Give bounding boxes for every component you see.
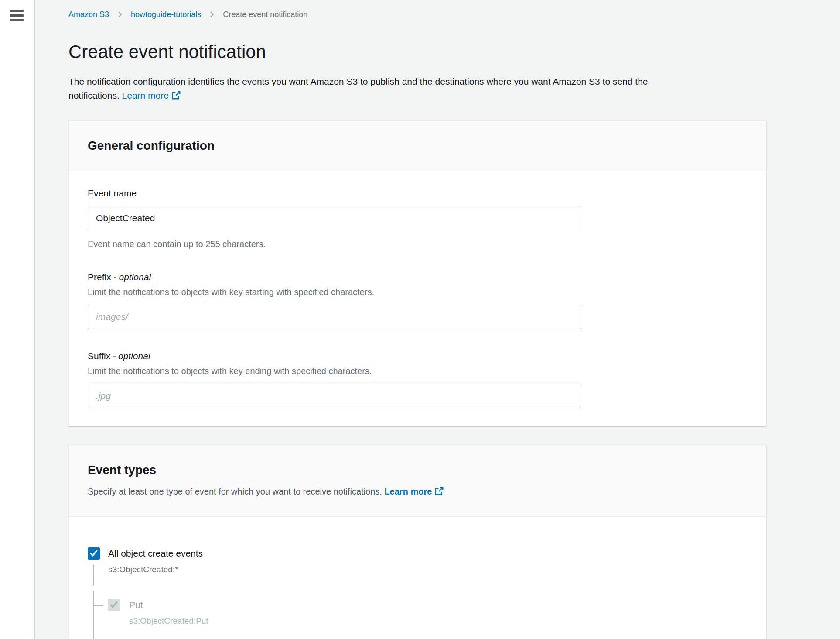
all-object-create-events-label: All object create events	[108, 547, 203, 560]
event-types-description: Specify at least one type of event for w…	[88, 485, 747, 498]
prefix-label: Prefix- optional	[88, 271, 747, 283]
prefix-label-text: Prefix	[88, 272, 111, 282]
suffix-label-text: Suffix	[88, 351, 110, 361]
hamburger-icon	[10, 10, 24, 12]
suffix-field: Suffix- optional Limit the notifications…	[88, 350, 747, 408]
event-name-field: Event name Event name can contain up to …	[88, 187, 747, 250]
prefix-description: Limit the notifications to objects with …	[88, 286, 747, 298]
event-types-panel: Event types Specify at least one type of…	[68, 445, 766, 639]
menu-button[interactable]	[10, 10, 24, 21]
prefix-optional-text: - optional	[113, 272, 151, 282]
tree-connector-line	[93, 591, 94, 639]
all-object-create-events-checkbox[interactable]	[88, 547, 100, 560]
suffix-input[interactable]	[88, 384, 581, 408]
suffix-optional-text: - optional	[113, 351, 150, 361]
breadcrumb-link-bucket[interactable]: howtoguide-tutorials	[131, 10, 201, 19]
breadcrumb-link-amazon-s3[interactable]: Amazon S3	[68, 10, 109, 19]
hamburger-icon	[10, 19, 24, 21]
put-label: Put	[129, 599, 143, 611]
tree-connector-line	[93, 565, 94, 586]
event-name-label: Event name	[88, 187, 747, 199]
page-description: The notification configuration identifie…	[68, 75, 653, 103]
chevron-right-icon	[116, 10, 124, 19]
s3-create-event-notification-page: Amazon S3 howtoguide-tutorials Create ev…	[0, 0, 840, 639]
event-types-header: Event types Specify at least one type of…	[69, 445, 766, 517]
event-types-body: All object create events s3:ObjectCreate…	[69, 517, 766, 639]
event-types-learn-more-label: Learn more	[384, 487, 432, 496]
tree-connector-line	[94, 605, 103, 606]
event-types-learn-more-link[interactable]: Learn more	[384, 487, 444, 496]
put-checkbox-disabled	[108, 599, 120, 611]
hamburger-icon	[10, 14, 24, 17]
event-name-helper: Event name can contain up to 255 charact…	[88, 238, 747, 250]
main-content: Amazon S3 howtoguide-tutorials Create ev…	[35, 0, 840, 639]
checkmark-icon	[109, 601, 118, 609]
checkmark-icon	[89, 550, 98, 557]
breadcrumb: Amazon S3 howtoguide-tutorials Create ev…	[68, 0, 840, 19]
event-types-title: Event types	[88, 461, 747, 479]
collapsed-sidebar	[0, 0, 35, 639]
put-code: s3:ObjectCreated:Put	[129, 615, 208, 627]
learn-more-link[interactable]: Learn more	[122, 90, 181, 100]
suffix-label: Suffix- optional	[88, 350, 747, 362]
learn-more-label: Learn more	[122, 90, 169, 100]
prefix-input[interactable]	[88, 305, 581, 329]
general-configuration-title: General configuration	[88, 137, 747, 155]
external-link-icon	[434, 486, 444, 496]
page-title: Create event notification	[68, 41, 840, 63]
external-link-icon	[171, 90, 181, 100]
event-name-input[interactable]	[88, 206, 581, 230]
prefix-field: Prefix- optional Limit the notifications…	[88, 271, 747, 329]
suffix-description: Limit the notifications to objects with …	[88, 365, 747, 377]
all-object-create-events-code: s3:ObjectCreated:*	[108, 564, 178, 575]
general-configuration-header: General configuration	[69, 121, 766, 171]
event-types-description-text: Specify at least one type of event for w…	[88, 487, 382, 496]
chevron-right-icon	[208, 10, 216, 19]
breadcrumb-current-page: Create event notification	[223, 10, 307, 19]
general-configuration-body: Event name Event name can contain up to …	[69, 171, 766, 426]
general-configuration-panel: General configuration Event name Event n…	[68, 120, 766, 426]
